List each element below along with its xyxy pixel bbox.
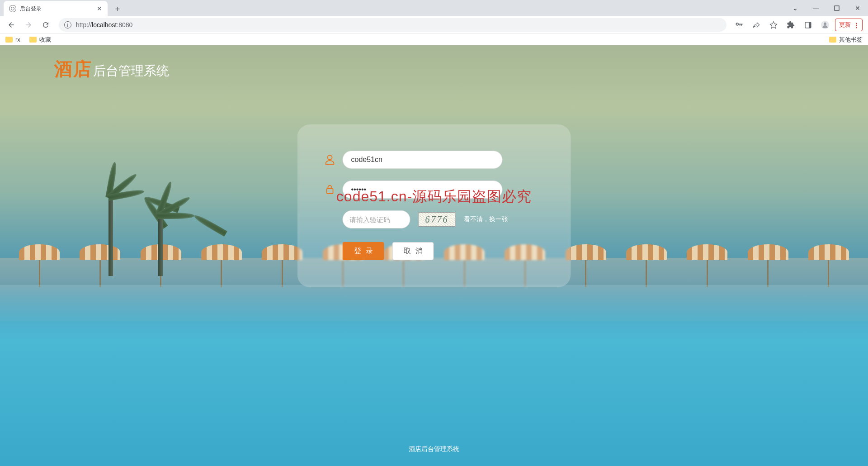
address-bar[interactable]: i http://localhost:8080 bbox=[59, 18, 726, 32]
page-content: 酒店 后台管理系统 6776 看不清，换一张 登录 取消 code51.cn-源… bbox=[0, 45, 868, 466]
bookmarks-bar: rx 收藏 其他书签 bbox=[0, 33, 868, 45]
watermark-text: code51.cn-源码乐园盗图必究 bbox=[336, 187, 532, 207]
close-tab-icon[interactable]: ✕ bbox=[97, 5, 102, 12]
back-button[interactable] bbox=[4, 18, 19, 32]
user-icon bbox=[325, 154, 335, 165]
bookmark-favorites[interactable]: 收藏 bbox=[29, 36, 51, 44]
globe-icon bbox=[9, 5, 16, 12]
maximize-icon[interactable] bbox=[826, 1, 847, 15]
caret-down-icon[interactable]: ⌄ bbox=[785, 1, 806, 15]
forward-button[interactable] bbox=[21, 18, 36, 32]
logo-text: 后台管理系统 bbox=[93, 62, 169, 80]
profile-icon[interactable] bbox=[818, 18, 832, 32]
url-text: http://localhost:8080 bbox=[76, 21, 132, 29]
captcha-input[interactable] bbox=[343, 210, 410, 228]
logo-accent: 酒店 bbox=[54, 57, 92, 81]
update-button[interactable]: 更新 ⋮ bbox=[835, 19, 863, 31]
captcha-refresh-link[interactable]: 看不清，换一张 bbox=[464, 215, 508, 223]
svg-rect-0 bbox=[835, 6, 839, 10]
folder-icon bbox=[829, 37, 836, 43]
svg-rect-5 bbox=[327, 189, 333, 194]
folder-icon bbox=[5, 37, 13, 43]
username-input[interactable] bbox=[343, 151, 503, 169]
logo: 酒店 后台管理系统 bbox=[54, 57, 169, 81]
cancel-button[interactable]: 取消 bbox=[392, 242, 434, 260]
login-button[interactable]: 登录 bbox=[343, 242, 384, 260]
site-info-icon[interactable]: i bbox=[64, 21, 71, 29]
tab-title: 后台登录 bbox=[20, 5, 42, 13]
minimize-icon[interactable]: — bbox=[806, 1, 826, 15]
browser-toolbar: i http://localhost:8080 bbox=[0, 16, 868, 33]
svg-rect-2 bbox=[808, 22, 811, 28]
key-icon[interactable] bbox=[732, 18, 746, 32]
browser-chrome: 后台登录 ✕ + ⌄ — ✕ i http://localhost:8080 bbox=[0, 0, 868, 45]
footer-text: 酒店后台管理系统 bbox=[409, 445, 459, 453]
captcha-image[interactable]: 6776 bbox=[419, 212, 456, 227]
bookmark-rx[interactable]: rx bbox=[5, 36, 20, 43]
side-panel-icon[interactable] bbox=[801, 18, 815, 32]
other-bookmarks[interactable]: 其他书签 bbox=[829, 36, 863, 44]
new-tab-button[interactable]: + bbox=[111, 3, 124, 15]
tab-strip: 后台登录 ✕ + ⌄ — ✕ bbox=[0, 0, 868, 16]
svg-point-4 bbox=[824, 23, 826, 25]
reload-button[interactable] bbox=[38, 18, 53, 32]
window-controls: ⌄ — ✕ bbox=[785, 0, 868, 16]
share-icon[interactable] bbox=[749, 18, 764, 32]
folder-icon bbox=[29, 37, 37, 43]
lock-icon bbox=[325, 184, 335, 195]
close-window-icon[interactable]: ✕ bbox=[847, 1, 868, 15]
star-icon[interactable] bbox=[766, 18, 781, 32]
browser-tab[interactable]: 后台登录 ✕ bbox=[4, 1, 108, 16]
extensions-icon[interactable] bbox=[783, 18, 798, 32]
